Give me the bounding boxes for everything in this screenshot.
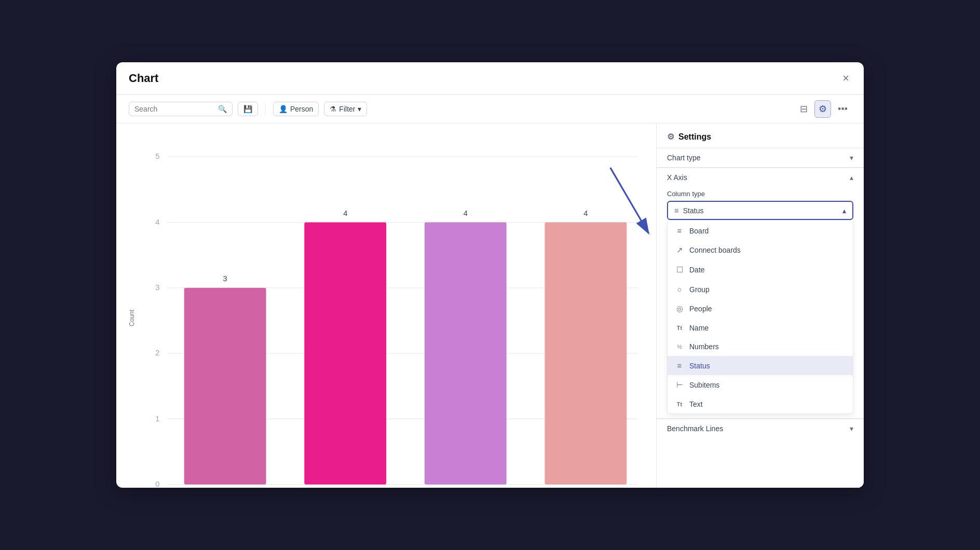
person-button[interactable]: 👤 Person (273, 102, 319, 116)
status-grid-icon: ≡ (674, 206, 679, 215)
dropdown-item-label-connect-boards: Connect boards (689, 246, 741, 254)
dropdown-item-board[interactable]: ≡ Board (668, 221, 853, 240)
svg-text:4: 4 (464, 209, 468, 217)
subitems-icon: ⊢ (675, 380, 684, 390)
svg-text:4: 4 (583, 209, 588, 217)
bar-truck (425, 222, 507, 484)
filter-icon: ⚗ (330, 105, 336, 113)
filter-label: Filter (339, 105, 355, 113)
selected-value: Status (683, 207, 704, 215)
numbers-icon: ½ (675, 343, 684, 350)
settings-gear-icon: ⚙ (667, 132, 674, 142)
chart-type-chevron-icon: ▾ (850, 154, 853, 162)
svg-text:2: 2 (155, 349, 159, 357)
svg-text:0: 0 (155, 480, 159, 488)
dropdown-item-name[interactable]: Tt Name (668, 319, 853, 337)
modal-header: Chart × (116, 62, 864, 95)
svg-text:1: 1 (155, 415, 159, 423)
group-icon: ○ (675, 285, 684, 294)
modal-title: Chart (129, 72, 158, 85)
more-button[interactable]: ••• (834, 101, 851, 117)
board-icon: ≡ (675, 226, 684, 235)
settings-title: Settings (678, 132, 711, 142)
person-icon: 👤 (279, 105, 288, 113)
chart-area: Count 5 4 3 2 1 0 (116, 123, 656, 488)
dropdown-item-label-people: People (689, 305, 712, 313)
text-icon: Tt (675, 401, 684, 407)
x-axis-chevron-icon: ▴ (850, 173, 853, 182)
svg-text:4: 4 (155, 218, 159, 226)
dropdown-chevron-up-icon: ▴ (842, 207, 846, 215)
benchmark-lines-chevron-icon: ▾ (850, 424, 853, 433)
dropdown-item-label-subitems: Subitems (689, 381, 719, 389)
person-label: Person (290, 105, 313, 113)
modal-body: Count 5 4 3 2 1 0 (116, 123, 864, 488)
bar-van1 (304, 222, 386, 484)
x-axis-section-header[interactable]: X Axis ▴ (657, 168, 864, 187)
status-icon: ≡ (675, 361, 684, 370)
dropdown-item-label-name: Name (689, 324, 709, 332)
layout-button[interactable]: ⊟ (796, 101, 811, 117)
toolbar-divider (265, 103, 266, 115)
benchmark-lines-section[interactable]: Benchmark Lines ▾ (657, 419, 864, 438)
dropdown-item-subitems[interactable]: ⊢ Subitems (668, 375, 853, 395)
svg-text:5: 5 (155, 152, 159, 160)
bar-van2 (545, 222, 627, 484)
chart-type-label: Chart type (667, 154, 701, 162)
settings-panel: ⚙ Settings Chart type ▾ X Axis ▴ Column … (656, 123, 864, 488)
dropdown-item-connect-boards[interactable]: ↗ Connect boards (668, 240, 853, 260)
toolbar-right: ⊟ ⚙ ••• (796, 100, 851, 118)
name-icon: Tt (675, 325, 684, 331)
settings-button[interactable]: ⚙ (814, 100, 831, 118)
chart-svg: 5 4 3 2 1 0 3 Bicyle 4 Van 1 (135, 134, 654, 488)
x-axis-label: X Axis (667, 173, 687, 182)
bar-bicyle (184, 288, 266, 485)
filter-chevron-icon: ▾ (358, 105, 361, 113)
dropdown-item-status[interactable]: ≡ Status (668, 356, 853, 375)
dropdown-item-text[interactable]: Tt Text (668, 395, 853, 414)
save-icon: 💾 (243, 105, 252, 113)
y-axis-label: Count (128, 310, 135, 326)
dropdown-item-label-numbers: Numbers (689, 342, 719, 351)
column-type-dropdown[interactable]: ≡ Status ▴ (667, 201, 853, 220)
benchmark-lines-label: Benchmark Lines (667, 424, 723, 433)
connect-boards-icon: ↗ (675, 245, 684, 255)
svg-text:4: 4 (343, 209, 347, 217)
dropdown-item-people[interactable]: ◎ People (668, 299, 853, 319)
dropdown-item-label-status: Status (689, 362, 710, 370)
date-icon: ☐ (675, 265, 684, 274)
column-type-label: Column type (667, 190, 853, 198)
search-input[interactable] (134, 105, 215, 113)
close-button[interactable]: × (840, 71, 851, 86)
dropdown-item-label-date: Date (689, 266, 705, 274)
filter-button[interactable]: ⚗ Filter ▾ (324, 102, 367, 116)
settings-header: ⚙ Settings (657, 123, 864, 148)
column-type-dropdown-list: ≡ Board ↗ Connect boards ☐ Date (667, 221, 853, 414)
dropdown-item-label-group: Group (689, 285, 710, 294)
chart-svg-container: Count 5 4 3 2 1 0 (125, 134, 644, 488)
toolbar: 🔍 💾 👤 Person ⚗ Filter ▾ ⊟ ⚙ ••• (116, 95, 864, 123)
chart-type-section[interactable]: Chart type ▾ (657, 148, 864, 168)
save-button[interactable]: 💾 (238, 102, 258, 116)
modal: Chart × 🔍 💾 👤 Person ⚗ Filter ▾ ⊟ ⚙ ••• (116, 62, 864, 488)
svg-text:3: 3 (223, 274, 227, 283)
x-axis-content: Column type ≡ Status ▴ ≡ Board (657, 187, 864, 419)
search-box[interactable]: 🔍 (129, 102, 233, 116)
svg-text:3: 3 (155, 283, 159, 292)
dropdown-item-date[interactable]: ☐ Date (668, 260, 853, 280)
dropdown-item-group[interactable]: ○ Group (668, 280, 853, 299)
dropdown-item-label-text: Text (689, 400, 703, 408)
dropdown-item-numbers[interactable]: ½ Numbers (668, 337, 853, 356)
search-icon: 🔍 (218, 105, 227, 113)
people-icon: ◎ (675, 304, 684, 313)
dropdown-item-label-board: Board (689, 227, 709, 235)
